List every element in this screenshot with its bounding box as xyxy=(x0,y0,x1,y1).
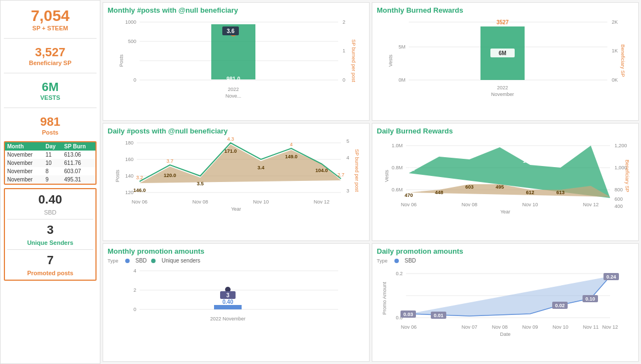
svg-text:Year: Year xyxy=(500,209,510,215)
svg-text:470: 470 xyxy=(404,192,413,198)
svg-text:5M: 5M xyxy=(398,44,405,50)
svg-text:1: 1 xyxy=(343,48,345,53)
table-cell: 613.06 xyxy=(62,151,95,159)
svg-text:0.01: 0.01 xyxy=(434,313,444,318)
svg-text:Vests: Vests xyxy=(384,169,389,182)
svg-text:146.0: 146.0 xyxy=(133,188,146,193)
svg-text:2: 2 xyxy=(343,19,345,25)
svg-text:3.5: 3.5 xyxy=(197,181,204,186)
table-row: November10611.76 xyxy=(5,159,95,167)
svg-text:0.2: 0.2 xyxy=(396,271,403,276)
sp-steem-value: 7,054 xyxy=(4,7,97,25)
svg-text:0: 0 xyxy=(133,77,136,83)
monthly-burned-svg: 5M 0M 2K 1K 0K Vests Beneficiary SP 3527… xyxy=(377,17,634,102)
monthly-promo-chart: Monthly promotion amounts Type SBD Uniqu… xyxy=(103,243,370,362)
svg-text:140: 140 xyxy=(125,173,133,179)
unique-senders-value: 3 xyxy=(7,223,93,237)
svg-text:887K: 887K xyxy=(494,141,506,146)
monthly-posts-chart: Monthly #posts with @null beneficiary 10… xyxy=(103,2,370,121)
vests-value: 6M xyxy=(4,80,97,94)
daily-sbd-legend-dot xyxy=(394,259,399,263)
svg-text:Date: Date xyxy=(500,331,510,337)
vests-label: VESTS xyxy=(4,94,97,101)
svg-text:2022: 2022 xyxy=(228,87,239,92)
svg-text:0.02: 0.02 xyxy=(555,303,565,308)
beneficiary-sp-block: 3,527 Beneficiary SP xyxy=(4,43,97,68)
svg-text:5: 5 xyxy=(346,138,349,144)
table-row: November8603.07 xyxy=(5,167,95,175)
svg-text:800: 800 xyxy=(615,187,623,192)
table-cell: 603.07 xyxy=(62,167,95,175)
svg-text:0.24: 0.24 xyxy=(606,274,616,280)
svg-marker-115 xyxy=(409,276,610,316)
svg-text:3: 3 xyxy=(226,292,229,298)
svg-rect-104 xyxy=(214,305,242,309)
table-cell: 611.76 xyxy=(62,159,95,167)
monthly-promo-title: Monthly promotion amounts xyxy=(108,247,365,255)
svg-text:Promo Amount: Promo Amount xyxy=(382,282,387,315)
daily-promo-title: Daily promotion amounts xyxy=(377,247,634,255)
svg-text:1000: 1000 xyxy=(125,19,136,25)
svg-text:612: 612 xyxy=(526,190,534,195)
beneficiary-sp-value: 3,527 xyxy=(4,45,97,60)
svg-text:Nov 09: Nov 09 xyxy=(522,324,538,330)
svg-text:3.2: 3.2 xyxy=(136,175,143,180)
svg-text:1,200: 1,200 xyxy=(615,143,627,148)
svg-text:1081K: 1081K xyxy=(432,150,447,156)
col-day: Day xyxy=(43,142,62,151)
svg-text:1098K: 1098K xyxy=(523,158,538,164)
svg-text:Year: Year xyxy=(231,206,241,212)
svg-text:Nov 06: Nov 06 xyxy=(401,324,417,330)
svg-text:500: 500 xyxy=(128,39,136,44)
sp-steem-block: 7,054 SP + STEEM xyxy=(4,5,97,34)
svg-text:November: November xyxy=(491,92,514,97)
svg-text:1K: 1K xyxy=(612,48,618,53)
svg-text:Posts: Posts xyxy=(119,54,124,67)
svg-text:180: 180 xyxy=(125,140,133,146)
svg-text:495: 495 xyxy=(495,184,504,190)
daily-promo-legend: Type SBD xyxy=(377,258,634,264)
svg-text:2.7: 2.7 xyxy=(338,172,345,178)
svg-text:802K: 802K xyxy=(463,153,476,158)
monthly-promo-svg: 4 2 0 0.40 3 2022 November xyxy=(108,265,365,337)
svg-text:3.6: 3.6 xyxy=(227,28,234,34)
col-month: Month xyxy=(5,142,43,151)
monthly-posts-title: Monthly #posts with @null beneficiary xyxy=(108,6,365,14)
svg-text:3.7: 3.7 xyxy=(167,158,174,164)
svg-text:6M: 6M xyxy=(499,50,506,56)
sbd-legend-dot xyxy=(125,259,130,263)
monthly-posts-svg: 1000 500 0 2 1 0 Posts SP burned per pos… xyxy=(108,17,365,102)
svg-text:Beneficiary SP: Beneficiary SP xyxy=(620,44,626,77)
svg-text:4.3: 4.3 xyxy=(227,137,234,142)
daily-posts-title: Daily #posts with @null beneficiary xyxy=(108,127,365,135)
table-cell: 8 xyxy=(43,167,62,175)
svg-text:0K: 0K xyxy=(612,77,618,83)
svg-text:3.4: 3.4 xyxy=(258,165,265,170)
svg-text:Nov 06: Nov 06 xyxy=(401,202,417,207)
svg-text:4: 4 xyxy=(290,142,292,147)
daily-burned-chart: Daily Burned Rewards 1.0M 0.8M 0.6M 1,20… xyxy=(372,123,639,242)
table-cell: 9 xyxy=(43,175,62,184)
svg-text:Nov 10: Nov 10 xyxy=(553,324,569,330)
svg-text:843K: 843K xyxy=(403,167,415,172)
left-panel: 7,054 SP + STEEM 3,527 Beneficiary SP 6M… xyxy=(0,0,100,364)
svg-text:1.0M: 1.0M xyxy=(392,143,403,148)
daily-sbd-legend-label: SBD xyxy=(405,258,416,264)
sbd-value: 0.40 xyxy=(7,192,93,207)
svg-text:Posts: Posts xyxy=(115,169,120,182)
table-cell: November xyxy=(5,167,43,175)
svg-text:3: 3 xyxy=(346,188,349,194)
svg-text:149.0: 149.0 xyxy=(285,154,298,159)
svg-text:Nov 07: Nov 07 xyxy=(462,324,478,330)
svg-text:981.0: 981.0 xyxy=(226,76,240,82)
daily-posts-chart: Daily #posts with @null beneficiary 180 … xyxy=(103,123,370,242)
svg-text:160: 160 xyxy=(125,157,133,162)
svg-text:104.0: 104.0 xyxy=(316,168,328,173)
svg-text:Nove...: Nove... xyxy=(226,93,242,99)
svg-text:448: 448 xyxy=(435,190,443,195)
sp-steem-label: SP + STEEM xyxy=(4,25,97,31)
senders-legend-label: Unique senders xyxy=(162,258,200,264)
daily-burned-title: Daily Burned Rewards xyxy=(377,127,634,135)
svg-text:2: 2 xyxy=(133,287,136,293)
bottom-stats: 0.40 SBD 3 Unique Senders 7 Promoted pos… xyxy=(4,188,97,281)
